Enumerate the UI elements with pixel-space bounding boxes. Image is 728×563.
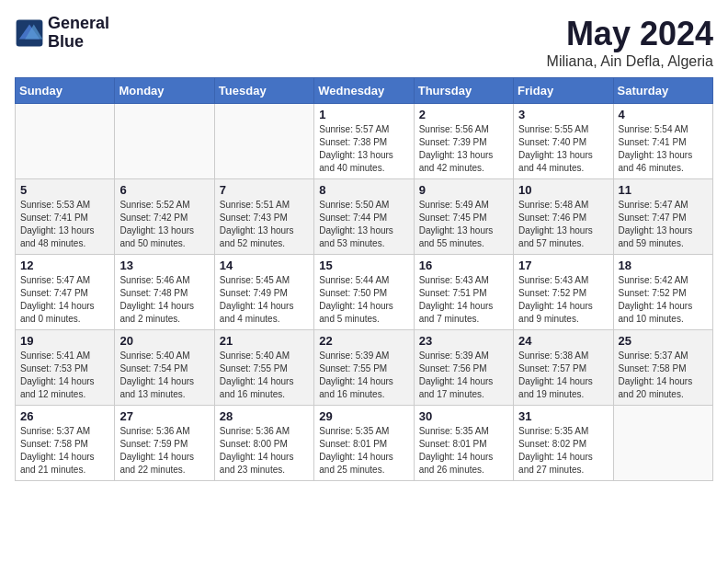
day-number: 27 [119, 409, 209, 423]
weekday-header-tuesday: Tuesday [214, 78, 313, 104]
calendar-cell: 9Sunrise: 5:49 AMSunset: 7:45 PMDaylight… [414, 179, 513, 255]
title-block: May 2024 Miliana, Ain Defla, Algeria [547, 15, 713, 70]
day-number: 9 [419, 183, 508, 197]
calendar-cell: 8Sunrise: 5:50 AMSunset: 7:44 PMDaylight… [314, 179, 414, 255]
calendar-cell [214, 104, 313, 179]
day-number: 11 [619, 183, 708, 197]
weekday-header-thursday: Thursday [414, 78, 513, 104]
calendar-cell [115, 104, 214, 179]
day-info: Sunrise: 5:42 AMSunset: 7:52 PMDaylight:… [619, 274, 708, 326]
day-number: 30 [419, 409, 508, 423]
day-number: 4 [619, 108, 708, 121]
day-number: 8 [319, 183, 408, 197]
calendar-cell: 6Sunrise: 5:52 AMSunset: 7:42 PMDaylight… [115, 179, 214, 255]
day-info: Sunrise: 5:40 AMSunset: 7:54 PMDaylight:… [119, 350, 209, 401]
day-number: 14 [220, 259, 309, 272]
location: Miliana, Ain Defla, Algeria [547, 53, 713, 70]
calendar-cell: 19Sunrise: 5:41 AMSunset: 7:53 PMDayligh… [16, 330, 115, 406]
calendar-cell: 12Sunrise: 5:47 AMSunset: 7:47 PMDayligh… [16, 255, 115, 330]
calendar-cell: 31Sunrise: 5:35 AMSunset: 8:02 PMDayligh… [514, 406, 613, 481]
calendar-cell: 5Sunrise: 5:53 AMSunset: 7:41 PMDaylight… [16, 179, 115, 255]
calendar-week-5: 26Sunrise: 5:37 AMSunset: 7:58 PMDayligh… [16, 406, 713, 481]
day-number: 2 [419, 108, 508, 121]
day-number: 13 [119, 259, 209, 272]
day-info: Sunrise: 5:47 AMSunset: 7:47 PMDaylight:… [619, 199, 708, 250]
day-info: Sunrise: 5:53 AMSunset: 7:41 PMDaylight:… [20, 199, 109, 250]
day-number: 21 [220, 334, 309, 348]
calendar-week-2: 5Sunrise: 5:53 AMSunset: 7:41 PMDaylight… [16, 179, 713, 255]
day-number: 1 [319, 108, 408, 121]
day-info: Sunrise: 5:51 AMSunset: 7:43 PMDaylight:… [220, 199, 309, 250]
day-info: Sunrise: 5:35 AMSunset: 8:01 PMDaylight:… [419, 425, 508, 477]
day-info: Sunrise: 5:37 AMSunset: 7:58 PMDaylight:… [20, 425, 109, 477]
calendar-cell: 10Sunrise: 5:48 AMSunset: 7:46 PMDayligh… [514, 179, 613, 255]
day-number: 25 [619, 334, 708, 348]
day-number: 28 [220, 409, 309, 423]
day-info: Sunrise: 5:37 AMSunset: 7:58 PMDaylight:… [619, 350, 708, 401]
day-number: 31 [518, 409, 608, 423]
weekday-header-friday: Friday [514, 78, 613, 104]
calendar-week-3: 12Sunrise: 5:47 AMSunset: 7:47 PMDayligh… [16, 255, 713, 330]
day-number: 29 [319, 409, 408, 423]
calendar-cell: 15Sunrise: 5:44 AMSunset: 7:50 PMDayligh… [314, 255, 414, 330]
day-number: 26 [20, 409, 109, 423]
calendar-cell: 26Sunrise: 5:37 AMSunset: 7:58 PMDayligh… [16, 406, 115, 481]
day-number: 18 [619, 259, 708, 272]
weekday-header-sunday: Sunday [16, 78, 115, 104]
day-info: Sunrise: 5:39 AMSunset: 7:55 PMDaylight:… [319, 350, 408, 401]
calendar-cell: 28Sunrise: 5:36 AMSunset: 8:00 PMDayligh… [214, 406, 313, 481]
weekday-header-wednesday: Wednesday [314, 78, 414, 104]
logo-text: General Blue [48, 15, 109, 52]
day-info: Sunrise: 5:46 AMSunset: 7:48 PMDaylight:… [119, 274, 209, 326]
calendar-cell: 20Sunrise: 5:40 AMSunset: 7:54 PMDayligh… [115, 330, 214, 406]
weekday-header-saturday: Saturday [613, 78, 712, 104]
day-info: Sunrise: 5:35 AMSunset: 8:01 PMDaylight:… [319, 425, 408, 477]
day-number: 17 [518, 259, 608, 272]
calendar-cell: 27Sunrise: 5:36 AMSunset: 7:59 PMDayligh… [115, 406, 214, 481]
day-number: 24 [518, 334, 608, 348]
logo-icon [15, 18, 44, 48]
day-info: Sunrise: 5:50 AMSunset: 7:44 PMDaylight:… [319, 199, 408, 250]
day-info: Sunrise: 5:44 AMSunset: 7:50 PMDaylight:… [319, 274, 408, 326]
calendar-cell: 14Sunrise: 5:45 AMSunset: 7:49 PMDayligh… [214, 255, 313, 330]
day-info: Sunrise: 5:55 AMSunset: 7:40 PMDaylight:… [518, 123, 608, 175]
calendar-cell: 22Sunrise: 5:39 AMSunset: 7:55 PMDayligh… [314, 330, 414, 406]
day-info: Sunrise: 5:48 AMSunset: 7:46 PMDaylight:… [518, 199, 608, 250]
day-info: Sunrise: 5:41 AMSunset: 7:53 PMDaylight:… [20, 350, 109, 401]
calendar-cell: 29Sunrise: 5:35 AMSunset: 8:01 PMDayligh… [314, 406, 414, 481]
day-info: Sunrise: 5:43 AMSunset: 7:52 PMDaylight:… [518, 274, 608, 326]
calendar-cell: 3Sunrise: 5:55 AMSunset: 7:40 PMDaylight… [514, 104, 613, 179]
calendar-cell: 18Sunrise: 5:42 AMSunset: 7:52 PMDayligh… [613, 255, 712, 330]
weekday-header-monday: Monday [115, 78, 214, 104]
day-info: Sunrise: 5:57 AMSunset: 7:38 PMDaylight:… [319, 123, 408, 175]
day-number: 10 [518, 183, 608, 197]
calendar-cell: 16Sunrise: 5:43 AMSunset: 7:51 PMDayligh… [414, 255, 513, 330]
day-number: 12 [20, 259, 109, 272]
day-number: 6 [119, 183, 209, 197]
day-number: 15 [319, 259, 408, 272]
calendar-week-4: 19Sunrise: 5:41 AMSunset: 7:53 PMDayligh… [16, 330, 713, 406]
day-number: 20 [119, 334, 209, 348]
calendar-cell: 25Sunrise: 5:37 AMSunset: 7:58 PMDayligh… [613, 330, 712, 406]
calendar-cell: 13Sunrise: 5:46 AMSunset: 7:48 PMDayligh… [115, 255, 214, 330]
day-info: Sunrise: 5:56 AMSunset: 7:39 PMDaylight:… [419, 123, 508, 175]
calendar-cell: 30Sunrise: 5:35 AMSunset: 8:01 PMDayligh… [414, 406, 513, 481]
day-number: 23 [419, 334, 508, 348]
calendar-week-1: 1Sunrise: 5:57 AMSunset: 7:38 PMDaylight… [16, 104, 713, 179]
day-info: Sunrise: 5:45 AMSunset: 7:49 PMDaylight:… [220, 274, 309, 326]
logo: General Blue [15, 15, 109, 52]
calendar-cell: 4Sunrise: 5:54 AMSunset: 7:41 PMDaylight… [613, 104, 712, 179]
calendar-cell: 17Sunrise: 5:43 AMSunset: 7:52 PMDayligh… [514, 255, 613, 330]
calendar-cell [613, 406, 712, 481]
calendar-cell: 23Sunrise: 5:39 AMSunset: 7:56 PMDayligh… [414, 330, 513, 406]
calendar-cell: 24Sunrise: 5:38 AMSunset: 7:57 PMDayligh… [514, 330, 613, 406]
day-number: 7 [220, 183, 309, 197]
weekday-header-row: SundayMondayTuesdayWednesdayThursdayFrid… [16, 78, 713, 104]
day-info: Sunrise: 5:52 AMSunset: 7:42 PMDaylight:… [119, 199, 209, 250]
day-info: Sunrise: 5:35 AMSunset: 8:02 PMDaylight:… [518, 425, 608, 477]
day-info: Sunrise: 5:43 AMSunset: 7:51 PMDaylight:… [419, 274, 508, 326]
calendar-cell: 21Sunrise: 5:40 AMSunset: 7:55 PMDayligh… [214, 330, 313, 406]
day-number: 19 [20, 334, 109, 348]
day-info: Sunrise: 5:40 AMSunset: 7:55 PMDaylight:… [220, 350, 309, 401]
calendar: SundayMondayTuesdayWednesdayThursdayFrid… [15, 77, 713, 481]
